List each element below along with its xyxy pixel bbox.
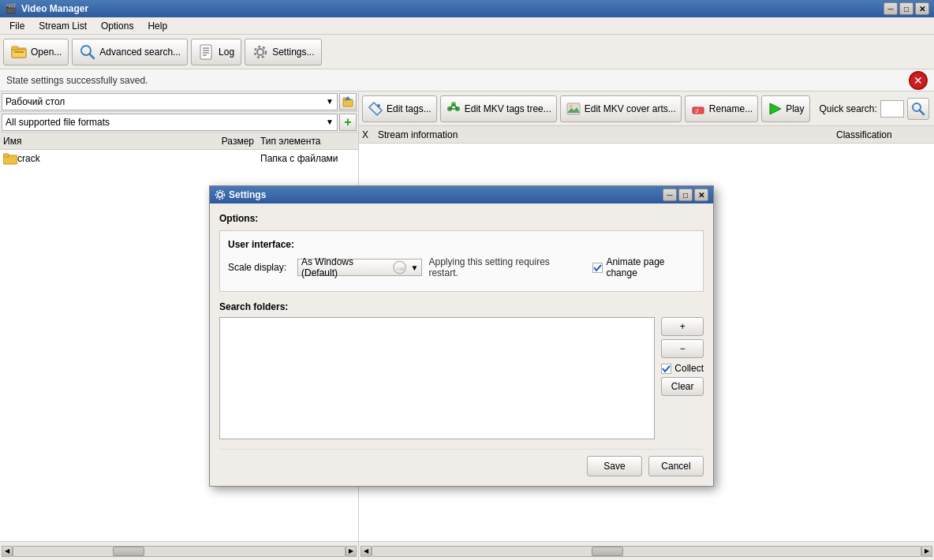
open-button[interactable]: Open...: [3, 39, 69, 65]
edit-tags-button[interactable]: Edit tags...: [362, 95, 437, 122]
search-folders-list[interactable]: [219, 317, 655, 439]
svg-line-33: [919, 110, 924, 114]
quick-search-button[interactable]: [907, 98, 929, 120]
svg-text:cal: cal: [397, 265, 405, 272]
watermark-icon: cal: [392, 259, 407, 275]
toolbar: Open... Advanced search... Log: [0, 35, 934, 69]
dialog-minimize-button[interactable]: ─: [663, 189, 677, 201]
ui-section: User interface: Scale display: As Window…: [219, 230, 704, 292]
scale-select-arrow: ▼: [411, 263, 419, 272]
log-icon: [198, 43, 215, 61]
folder-dropdown[interactable]: Рабочий стол ▼: [2, 93, 338, 110]
advanced-search-button[interactable]: Advanced search...: [72, 39, 188, 65]
options-label: Options:: [219, 213, 704, 224]
rename-button[interactable]: :/ Rename...: [685, 95, 758, 122]
scrollbar-track-right[interactable]: [372, 546, 921, 557]
log-label: Log: [219, 47, 234, 58]
scale-label: Scale display:: [228, 262, 291, 273]
quick-search-input[interactable]: [880, 100, 904, 118]
dialog-title-controls: ─ □ ✕: [663, 189, 708, 201]
status-message: State settings successfully saved.: [6, 75, 902, 86]
svg-marker-31: [770, 103, 781, 114]
svg-marker-18: [369, 103, 382, 115]
right-list-header: X Stream information Classification: [359, 126, 934, 144]
cancel-button[interactable]: Cancel: [648, 456, 704, 476]
rename-icon: :/: [690, 101, 706, 117]
col-stream: Stream information: [378, 129, 836, 140]
status-close-button[interactable]: ✕: [909, 71, 928, 90]
filter-dropdown-value: All supported file formats: [6, 117, 110, 128]
play-icon: [767, 101, 783, 117]
edit-mkv-cover-icon: [566, 101, 581, 117]
left-scroll-bar: ◀ ▶: [0, 542, 359, 560]
dialog-body: Options: User interface: Scale display: …: [210, 203, 713, 486]
minimize-button[interactable]: ─: [884, 2, 898, 15]
settings-button[interactable]: Settings...: [245, 39, 321, 65]
scroll-right-left-button[interactable]: ◀: [361, 546, 372, 557]
collect-checkbox-check-icon: [662, 364, 671, 373]
scale-select[interactable]: As Windows (Default) cal ▼: [297, 259, 422, 276]
remove-folder-button[interactable]: −: [661, 339, 704, 358]
search-icon: [79, 43, 96, 61]
play-button[interactable]: Play: [761, 95, 809, 122]
svg-point-27: [570, 105, 573, 108]
search-folders-title: Search folders:: [219, 301, 704, 312]
scale-select-value: As Windows (Default): [301, 256, 389, 278]
log-button[interactable]: Log: [191, 39, 241, 65]
dialog-title: Settings: [229, 189, 663, 200]
edit-mkv-tags-button[interactable]: Edit MKV tags tree...: [440, 95, 557, 122]
file-list-header: Имя Размер Тип элемента: [0, 133, 358, 150]
menu-stream-list[interactable]: Stream List: [32, 19, 93, 33]
menu-options[interactable]: Options: [95, 19, 140, 33]
app-icon: 🎬: [5, 3, 17, 14]
scroll-left-button[interactable]: ◀: [2, 546, 13, 557]
svg-rect-1: [12, 50, 26, 58]
menu-file[interactable]: File: [3, 19, 31, 33]
svg-line-5: [90, 54, 95, 58]
advanced-search-label: Advanced search...: [99, 47, 181, 58]
animate-checkbox[interactable]: [592, 263, 603, 273]
svg-rect-6: [200, 45, 211, 59]
save-button[interactable]: Save: [587, 456, 642, 476]
edit-tags-icon: [368, 101, 383, 117]
collect-checkbox[interactable]: [661, 364, 671, 374]
dialog-close-button[interactable]: ✕: [694, 189, 708, 201]
filter-dropdown[interactable]: All supported file formats ▼: [2, 114, 338, 131]
status-bar-top: State settings successfully saved. ✕: [0, 69, 934, 91]
bottom-scroll-area: ◀ ▶ ◀ ▶: [0, 541, 934, 560]
gear-icon: [252, 43, 269, 61]
svg-rect-2: [12, 47, 18, 50]
close-button[interactable]: ✕: [915, 2, 929, 15]
search-go-icon: [911, 102, 925, 116]
clear-button[interactable]: Clear: [661, 377, 704, 396]
menu-help[interactable]: Help: [141, 19, 174, 33]
folder-up-button[interactable]: [339, 93, 357, 110]
add-folder-button[interactable]: +: [661, 317, 704, 336]
scroll-right-button[interactable]: ▶: [346, 546, 357, 557]
settings-dialog[interactable]: Settings ─ □ ✕ Options: User interface: …: [209, 185, 714, 487]
open-label: Open...: [31, 47, 62, 58]
filter-bar: All supported file formats ▼ +: [0, 112, 358, 133]
filter-dropdown-arrow: ▼: [326, 118, 334, 126]
checkbox-check-icon: [593, 263, 602, 272]
col-x: X: [362, 129, 378, 140]
open-icon: [10, 43, 28, 61]
scrollbar-thumb-right[interactable]: [592, 547, 623, 556]
maximize-button[interactable]: □: [899, 2, 913, 15]
edit-mkv-cover-button[interactable]: Edit MKV cover arts...: [560, 95, 682, 122]
dialog-maximize-button[interactable]: □: [678, 189, 693, 201]
search-folders-section: Search folders: + − Collect: [219, 301, 704, 439]
quick-search-label: Quick search:: [820, 103, 877, 114]
collect-label: Collect: [674, 363, 704, 374]
file-item-name: crack: [17, 153, 197, 164]
folder-dropdown-value: Рабочий стол: [6, 96, 65, 107]
scrollbar-thumb-left[interactable]: [113, 547, 144, 556]
add-filter-button[interactable]: +: [339, 114, 357, 131]
scale-note: Applying this setting requires restart.: [428, 256, 577, 278]
folder-bar: Рабочий стол ▼: [0, 91, 358, 112]
scale-row: Scale display: As Windows (Default) cal …: [228, 256, 695, 278]
scroll-right-right-button[interactable]: ▶: [921, 546, 932, 557]
file-item[interactable]: crack Папка с файлами: [0, 150, 358, 167]
scrollbar-track-left[interactable]: [13, 546, 346, 557]
dialog-gear-icon: [215, 189, 226, 200]
